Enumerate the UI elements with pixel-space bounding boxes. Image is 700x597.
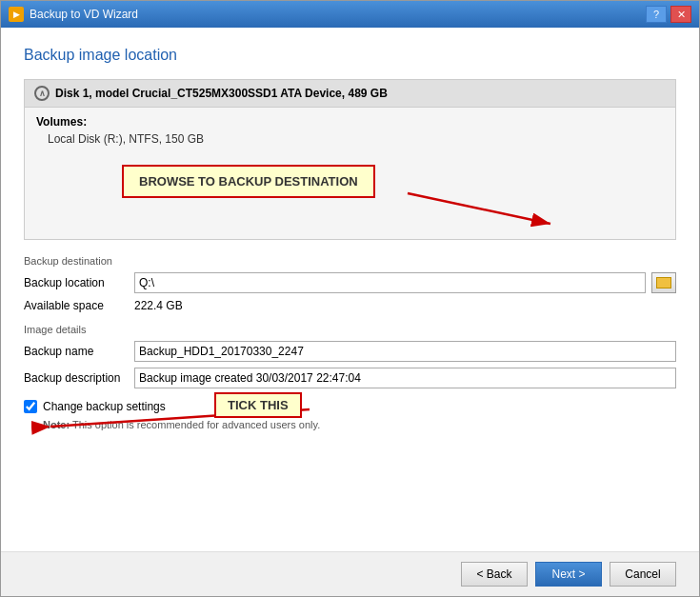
image-details-section: Image details Backup name Backup descrip…: [24, 324, 676, 388]
tick-annotation-box: TICK THIS: [214, 392, 302, 418]
app-icon: ▶: [9, 7, 24, 22]
svg-line-1: [408, 193, 550, 224]
backup-dest-section: Backup destination Backup location Avail…: [24, 255, 676, 312]
avail-label: Available space: [24, 299, 129, 312]
main-window: ▶ Backup to VD Wizard ? ✕ Backup image l…: [0, 0, 700, 597]
change-settings-label[interactable]: Change backup settings: [43, 400, 166, 413]
disk-box: ∧ Disk 1, model Crucial_CT525MX300SSD1 A…: [24, 79, 676, 240]
backup-name-input[interactable]: [134, 341, 676, 362]
disk-header-text: Disk 1, model Crucial_CT525MX300SSD1 ATA…: [55, 87, 388, 100]
titlebar: ▶ Backup to VD Wizard ? ✕: [1, 1, 699, 28]
backup-desc-row: Backup description: [24, 368, 676, 388]
backup-name-row: Backup name: [24, 341, 676, 362]
disk-area: ∧ Disk 1, model Crucial_CT525MX300SSD1 A…: [24, 79, 676, 240]
disk-header: ∧ Disk 1, model Crucial_CT525MX300SSD1 A…: [25, 80, 675, 108]
volume-item: Local Disk (R:), NTFS, 150 GB: [48, 132, 664, 146]
location-input[interactable]: [134, 272, 646, 293]
volumes-label: Volumes:: [36, 115, 664, 129]
window-title: Backup to VD Wizard: [30, 8, 138, 21]
backup-desc-input[interactable]: [134, 368, 676, 388]
backup-desc-label: Backup description: [24, 371, 129, 385]
main-content: Backup image location ∧ Disk 1, model Cr…: [1, 28, 699, 551]
titlebar-controls: ? ✕: [646, 6, 691, 23]
checkbox-area: TICK THIS Change backup settings Note: T…: [24, 400, 676, 430]
backup-name-label: Backup name: [24, 345, 129, 358]
browse-annotation-box: BROWSE TO BACKUP DESTINATION: [122, 165, 375, 198]
backup-dest-label: Backup destination: [24, 255, 676, 267]
backup-location-row: Backup location: [24, 272, 676, 293]
avail-value: 222.4 GB: [134, 299, 183, 312]
folder-icon: [656, 277, 671, 289]
footer: < Back Next > Cancel: [1, 551, 699, 596]
next-button[interactable]: Next >: [535, 562, 602, 587]
titlebar-left: ▶ Backup to VD Wizard: [9, 7, 138, 22]
back-button[interactable]: < Back: [461, 562, 528, 587]
note-text: Note: This option is recommended for adv…: [43, 419, 676, 430]
location-label: Backup location: [24, 276, 129, 289]
change-settings-row: Change backup settings: [24, 400, 676, 413]
collapse-icon[interactable]: ∧: [34, 86, 50, 101]
browse-button[interactable]: [651, 272, 676, 293]
help-button[interactable]: ?: [646, 6, 667, 23]
available-space-row: Available space 222.4 GB: [24, 299, 676, 312]
page-title: Backup image location: [24, 47, 676, 64]
image-details-label: Image details: [24, 324, 676, 335]
close-button[interactable]: ✕: [670, 6, 691, 23]
change-settings-checkbox[interactable]: [24, 400, 37, 413]
cancel-button[interactable]: Cancel: [610, 562, 676, 587]
disk-body: Volumes: Local Disk (R:), NTFS, 150 GB B…: [25, 108, 675, 239]
